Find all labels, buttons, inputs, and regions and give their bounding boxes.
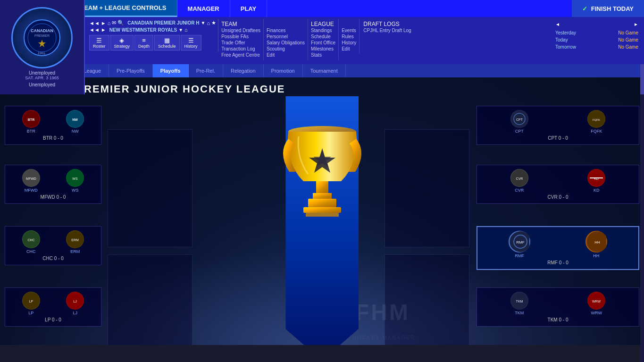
tab-relegation[interactable]: Relegation [223, 64, 264, 77]
svg-text:HH: HH [594, 240, 600, 244]
personnel-link[interactable]: Personnel [267, 34, 305, 40]
svg-text:BTR: BTR [28, 118, 34, 121]
top-navigation: ACH GAME TEAM + LEAGUE CONTROLS MANAGER … [0, 0, 644, 17]
history-icon: ☰ [188, 37, 194, 44]
league-history-link[interactable]: History [342, 40, 356, 46]
team-dropdown-section: TEAM Unsigned Draftees Possible FAs Trad… [218, 19, 264, 60]
stats-link[interactable]: Stats [311, 52, 335, 58]
svg-text:FQFK: FQFK [593, 118, 600, 121]
svg-text:J.H.L.: J.H.L. [38, 51, 46, 55]
main-content: CANADIAN PREMIER JUNIOR HOCKEY LEAGUE [0, 77, 644, 345]
milestones-link[interactable]: Milestones [311, 46, 335, 52]
svg-rect-9 [316, 181, 328, 193]
nav-search[interactable]: 🔍 [117, 20, 124, 26]
roster-button[interactable]: ☰ Roster [89, 35, 109, 51]
team-breadcrumb[interactable]: NEW WESTMINSTER ROYALS [109, 27, 177, 33]
tab-tournament[interactable]: Tournament [303, 64, 346, 77]
trade-offer-link[interactable]: Trade Offer [221, 40, 260, 46]
matchup-tkm-wrw[interactable]: TKM TKM WRW WRW TKM 0 - 0 [477, 287, 639, 327]
expand-icon2[interactable]: ▼ [178, 27, 183, 33]
standings-link[interactable]: Standings [311, 27, 335, 34]
yesterday-value: No Game [618, 30, 638, 35]
tab-pre-playoffs[interactable]: Pre-Playoffs [109, 64, 153, 77]
depth-icon: ≡ [142, 37, 146, 44]
score-cvr-kd: CVR 0 - 0 [481, 194, 635, 200]
team-wrw-abbr: WRW [587, 311, 605, 315]
score-tkm-wrw: TKM 0 - 0 [481, 317, 635, 322]
nav-forward[interactable]: ► [101, 20, 106, 26]
scouting-link[interactable]: Scouting [267, 46, 305, 52]
score-btr-nw: BTR 0 - 0 [9, 135, 97, 141]
expand-icon[interactable]: ▼ [201, 20, 206, 25]
team-mfwd-abbr: MFWD [22, 188, 40, 193]
tab-playoffs[interactable]: Playoffs [153, 64, 189, 77]
svg-text:TKM: TKM [516, 300, 523, 303]
nav-home[interactable]: ⌂ [108, 20, 111, 26]
svg-rect-10 [313, 193, 332, 199]
svg-rect-13 [306, 213, 339, 217]
svg-text:MFWD: MFWD [26, 177, 36, 180]
draft-log-link[interactable]: CPJHL Entry Draft Log [363, 27, 411, 34]
matchup-lp-lj[interactable]: LP LP LJ LJ LP 0 - 0 [5, 287, 101, 327]
breadcrumb-home[interactable]: ⌂ [207, 20, 210, 26]
tab-promotion[interactable]: Promotion [264, 64, 303, 77]
front-office-link[interactable]: Front Office [311, 40, 335, 46]
draft-logs-section: DRAFT LOGS CPJHL Entry Draft Log [360, 19, 415, 35]
team-nw-abbr: NW [66, 129, 84, 134]
today-value: No Game [618, 37, 638, 42]
svg-text:CVR: CVR [516, 177, 523, 180]
tab-pre-rel[interactable]: Pre-Rel. [189, 64, 223, 77]
play-button[interactable]: PLAY [230, 0, 267, 17]
league-breadcrumb[interactable]: CANADIAN PREMIER JUNIOR H [127, 20, 199, 25]
next-schedule-btn[interactable]: ► [634, 22, 638, 27]
yesterday-row: Yesterday No Game [555, 29, 638, 36]
svg-point-0 [24, 20, 60, 56]
events-link[interactable]: Events [342, 27, 356, 34]
team-rmf-abbr: RMF [509, 253, 530, 258]
salary-obligations-link[interactable]: Salary Obligations [267, 40, 305, 46]
breadcrumb-home2[interactable]: ⌂ [184, 27, 188, 33]
team-erm-abbr: ERM [66, 249, 84, 254]
matchup-mfwd-ws[interactable]: MFWD MFWD WS WS MFWD 0 - 0 [5, 165, 101, 204]
finish-today-button[interactable]: ✓ FINISH TODAY [572, 0, 644, 17]
yesterday-label: Yesterday [555, 30, 576, 35]
rules-link[interactable]: Rules [342, 34, 356, 40]
team-edit-link[interactable]: Edit [267, 52, 305, 58]
finances-link[interactable]: Finances [267, 27, 305, 34]
nav-forward2[interactable]: ► [101, 27, 106, 33]
league-schedule-link[interactable]: Schedule [311, 34, 335, 40]
league-submenu-section: Events Rules History Edit [339, 19, 360, 54]
check-icon: ✓ [582, 5, 587, 12]
svg-text:FHM: FHM [355, 300, 410, 325]
matchup-btr-nw[interactable]: BTR BTR NW NW BTR 0 - 0 [5, 106, 101, 145]
matchup-cpt-fqfk[interactable]: CPT CPT FQFK FQFK CPT 0 - 0 [477, 106, 639, 145]
nav-back2[interactable]: ◄◄ [89, 27, 100, 33]
matchup-rmf-hh[interactable]: RMF RMF HH HH RMF 0 - 0 [477, 226, 639, 270]
league-edit-link[interactable]: Edit [342, 46, 356, 52]
nav-back[interactable]: ◄◄ [89, 20, 100, 26]
breadcrumb-star[interactable]: ★ [211, 20, 216, 26]
depth-button[interactable]: ≡ Depth [134, 35, 153, 51]
prev-schedule-btn[interactable]: ◄ [555, 22, 560, 27]
team-hh-abbr: HH [585, 253, 607, 258]
history-button[interactable]: ☰ History [181, 35, 201, 51]
matchup-chc-erm[interactable]: CHC CHC ERM ERM CHC 0 - 0 [5, 226, 101, 265]
score-rmf-hh: RMF 0 - 0 [481, 260, 635, 265]
matchup-cvr-kd[interactable]: CVR CVR KD KD CVR 0 - 0 [477, 165, 639, 204]
svg-text:CANADIAN: CANADIAN [31, 28, 53, 33]
team-submenu-section: Finances Personnel Salary Obligations Sc… [264, 19, 308, 60]
team-league-button[interactable]: TEAM + LEAGUE CONTROLS [70, 0, 177, 17]
transaction-log-link[interactable]: Transaction Log [221, 46, 260, 52]
svg-text:PREMIER: PREMIER [34, 34, 50, 37]
manager-button[interactable]: MANAGER [177, 0, 230, 17]
strategy-button[interactable]: ◈ Strategy [110, 35, 134, 51]
svg-text:CHC: CHC [27, 238, 34, 242]
schedule-button[interactable]: ▦ Schedule [154, 35, 180, 51]
nav-mail[interactable]: ✉ [112, 20, 116, 26]
team-tkm-abbr: TKM [510, 311, 528, 315]
free-agent-centre-link[interactable]: Free Agent Centre [221, 52, 260, 58]
score-cpt-fqfk: CPT 0 - 0 [481, 135, 635, 141]
strategy-icon: ◈ [119, 37, 124, 44]
unsigned-draftees-link[interactable]: Unsigned Draftees [221, 27, 260, 34]
possible-fas-link[interactable]: Possible FAs [221, 34, 260, 40]
